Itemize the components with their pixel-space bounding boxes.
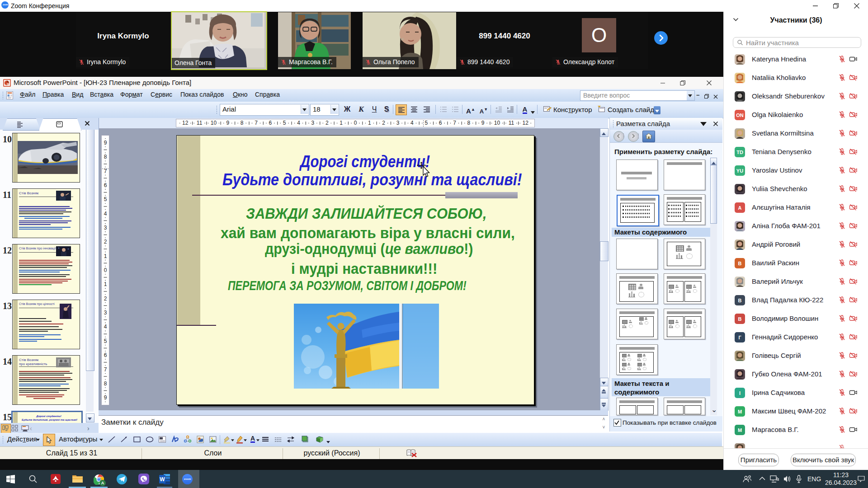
svg-text:W: W — [160, 476, 165, 483]
svg-text:5: 5 — [283, 120, 286, 126]
svg-text:8: 8 — [104, 154, 107, 160]
svg-text:11: 11 — [509, 120, 514, 126]
svg-text:5: 5 — [425, 120, 428, 126]
svg-text:9: 9 — [226, 120, 229, 126]
svg-text:4: 4 — [104, 211, 107, 217]
svg-text:1: 1 — [368, 120, 371, 126]
svg-text:8: 8 — [104, 380, 107, 387]
svg-text:6: 6 — [439, 120, 442, 126]
svg-text:6: 6 — [104, 182, 107, 188]
svg-text:1: 1 — [104, 253, 107, 259]
svg-text:9: 9 — [481, 120, 485, 126]
svg-text:10: 10 — [211, 120, 217, 126]
svg-text:2: 2 — [104, 239, 107, 245]
svg-text:1: 1 — [104, 281, 107, 287]
svg-text:6: 6 — [104, 352, 107, 358]
svg-text:4: 4 — [297, 120, 300, 126]
svg-text:9: 9 — [104, 140, 107, 146]
svg-text:3: 3 — [396, 120, 400, 126]
svg-text:2: 2 — [382, 120, 385, 126]
svg-text:7: 7 — [104, 366, 107, 373]
svg-text:3: 3 — [104, 310, 107, 316]
svg-text:3: 3 — [311, 120, 315, 126]
svg-text:6: 6 — [269, 120, 272, 126]
svg-text:7: 7 — [453, 120, 456, 126]
svg-text:4: 4 — [104, 324, 107, 330]
svg-text:11: 11 — [197, 120, 203, 126]
svg-text:2: 2 — [104, 296, 107, 302]
svg-text:9: 9 — [104, 394, 107, 401]
svg-text:8: 8 — [467, 120, 470, 126]
svg-text:0: 0 — [104, 267, 107, 273]
svg-text:0: 0 — [354, 120, 357, 126]
svg-text:2: 2 — [326, 120, 329, 126]
svg-text:1: 1 — [340, 120, 343, 126]
svg-text:3: 3 — [104, 225, 107, 231]
svg-text:4: 4 — [410, 120, 414, 126]
svg-text:12: 12 — [182, 120, 189, 126]
svg-text:7: 7 — [255, 120, 258, 126]
svg-text:12: 12 — [523, 120, 529, 126]
svg-text:8: 8 — [241, 120, 244, 126]
svg-text:10: 10 — [494, 120, 500, 126]
svg-text:5: 5 — [104, 338, 107, 344]
svg-text:5: 5 — [104, 196, 107, 202]
